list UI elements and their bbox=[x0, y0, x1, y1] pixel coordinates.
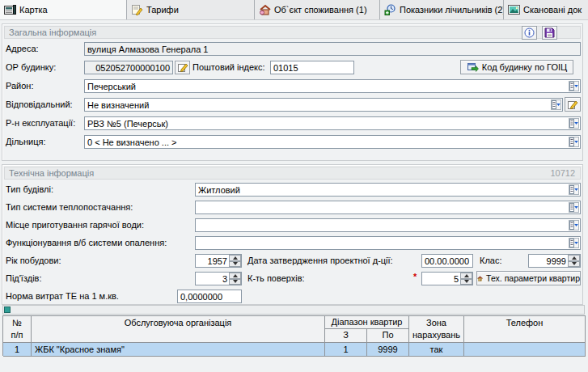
down-arrow-icon bbox=[233, 280, 238, 283]
cell-zone: так bbox=[409, 343, 464, 357]
tab-label: Картка bbox=[19, 5, 48, 15]
class-spinner[interactable]: 9999 bbox=[528, 254, 581, 268]
dropdown-button[interactable] bbox=[569, 184, 579, 195]
col-header-org: Обслуговуюча організація bbox=[32, 316, 325, 343]
spin-up-button[interactable] bbox=[568, 255, 580, 261]
tab-tariffs[interactable]: Тарифи bbox=[127, 0, 255, 19]
edit-icon bbox=[567, 99, 578, 110]
heating-func-label: Функціонування в/б системи опалення: bbox=[6, 236, 167, 250]
unit-value: 0 < Не визначено ... > bbox=[87, 137, 177, 147]
building-type-combobox[interactable]: Житловий bbox=[195, 183, 581, 197]
dropdown-icon bbox=[569, 221, 578, 230]
responsible-edit-button[interactable] bbox=[565, 97, 581, 112]
spin-down-button[interactable] bbox=[568, 261, 580, 268]
entrances-value: 3 bbox=[197, 273, 227, 285]
grid-corner-button[interactable] bbox=[4, 306, 11, 313]
col-header-range-group: Діапазон квартир bbox=[325, 316, 409, 329]
tab-consumption-object[interactable]: Об`єкт споживання (1) bbox=[255, 0, 380, 19]
tab-scanned-docs[interactable]: Скановані док bbox=[504, 0, 588, 19]
entrances-label: Під'їздів: bbox=[6, 272, 42, 285]
col-header-range-label: Діапазон квартир bbox=[325, 316, 408, 328]
info-icon bbox=[524, 27, 535, 38]
spin-up-button[interactable] bbox=[460, 273, 472, 279]
tab-bar: Картка Тарифи Об`єкт споживання (1) Пока… bbox=[0, 0, 588, 20]
col-header-zone: Зона нарахувань bbox=[409, 316, 464, 343]
building-type-label: Тип будівлі: bbox=[6, 183, 53, 197]
dropdown-icon bbox=[569, 185, 578, 194]
technical-info-group: Технічна інформація 10712 Тип будівлі: Ж… bbox=[2, 164, 583, 305]
exploitation-combobox[interactable]: РВЗ №5 (Печерськ) bbox=[84, 116, 581, 130]
responsible-label: Відповідальний: bbox=[6, 98, 73, 112]
goic-code-button[interactable]: Код будинку по ГОІЦ bbox=[460, 60, 573, 74]
address-label: Адреса: bbox=[6, 42, 39, 56]
tech-params-button-label: Тех. параметри квартир bbox=[486, 273, 580, 283]
building-code: 10712 bbox=[550, 167, 575, 180]
dropdown-button[interactable] bbox=[569, 137, 579, 147]
down-arrow-icon bbox=[572, 262, 577, 265]
spin-down-button[interactable] bbox=[460, 279, 472, 285]
floors-spinner[interactable]: 5 bbox=[421, 272, 473, 285]
dropdown-button[interactable] bbox=[551, 99, 561, 110]
dropdown-icon bbox=[569, 137, 578, 146]
entrances-spinner[interactable]: 3 bbox=[195, 272, 242, 285]
dropdown-button[interactable] bbox=[569, 220, 579, 230]
cell-range-from: 1 bbox=[325, 343, 367, 357]
dropdown-button[interactable] bbox=[569, 202, 579, 213]
postal-label: Поштовий індекс: bbox=[192, 61, 265, 74]
app-window: Картка Тарифи Об`єкт споживання (1) Пока… bbox=[0, 0, 588, 372]
col-header-to-label: По bbox=[367, 329, 408, 341]
heating-func-combobox[interactable] bbox=[195, 236, 581, 250]
down-arrow-icon bbox=[464, 280, 469, 283]
responsible-combobox[interactable]: Не визначений bbox=[84, 98, 563, 112]
build-year-label: Рік побудови: bbox=[6, 254, 61, 268]
dropdown-button[interactable] bbox=[569, 118, 579, 129]
house-code-field[interactable]: 052052700000100 bbox=[84, 61, 173, 74]
spin-up-button[interactable] bbox=[229, 255, 241, 261]
spin-down-button[interactable] bbox=[229, 261, 241, 268]
col-header-zone-line2: нарахувань bbox=[409, 329, 463, 341]
build-year-spinner[interactable]: 1957 bbox=[195, 254, 242, 268]
scanned-docs-icon bbox=[508, 4, 520, 15]
norm-label: Норма витрат ТЕ на 1 м.кв. bbox=[6, 290, 119, 303]
tech-params-button[interactable]: Тех. параметри квартир bbox=[476, 271, 581, 285]
dropdown-button[interactable] bbox=[569, 238, 579, 248]
hot-water-combobox[interactable] bbox=[195, 218, 581, 232]
table-row[interactable]: 1 ЖБК "Красное знамя" 1 9999 так bbox=[3, 343, 586, 357]
spin-up-button[interactable] bbox=[229, 273, 241, 279]
tab-card[interactable]: Картка bbox=[0, 0, 127, 19]
project-date-field[interactable]: 00.00.0000 bbox=[421, 254, 473, 268]
technical-info-title: Технічна інформація bbox=[9, 168, 94, 178]
save-icon bbox=[544, 27, 555, 38]
dropdown-icon bbox=[569, 239, 578, 247]
col-header-zone-line1: Зона bbox=[409, 317, 463, 329]
col-header-range-from: З bbox=[325, 329, 367, 343]
address-field[interactable]: вулиця Алмазова Генерала 1 bbox=[84, 42, 581, 56]
exploitation-value: РВЗ №5 (Печерськ) bbox=[87, 119, 168, 129]
district-label: Район: bbox=[6, 79, 33, 93]
tab-label: Об`єкт споживання (1) bbox=[274, 5, 367, 15]
form-arrow-icon bbox=[467, 62, 479, 73]
col-header-org-label: Обслуговуюча організація bbox=[32, 317, 324, 329]
norm-field[interactable]: 0,0000000 bbox=[177, 290, 242, 303]
floors-label: К-ть поверхів: bbox=[247, 272, 305, 285]
unit-combobox[interactable]: 0 < Не визначено ... > bbox=[84, 135, 581, 149]
floors-value: 5 bbox=[424, 273, 459, 285]
meter-readings-icon bbox=[384, 4, 396, 15]
tab-meter-readings[interactable]: Показники лічильників (2) bbox=[380, 0, 504, 19]
up-arrow-icon bbox=[233, 256, 238, 260]
district-combobox[interactable]: Печерський bbox=[84, 79, 581, 93]
heat-system-combobox[interactable] bbox=[195, 201, 581, 214]
info-button[interactable] bbox=[522, 26, 537, 40]
tab-label: Скановані док bbox=[523, 5, 582, 15]
cell-range-to: 9999 bbox=[367, 343, 409, 357]
cell-num: 1 bbox=[3, 343, 32, 357]
save-button[interactable] bbox=[542, 26, 557, 40]
spin-down-button[interactable] bbox=[229, 279, 241, 285]
unit-label: Дільниця: bbox=[6, 135, 46, 149]
col-header-phone-label: Телефон bbox=[464, 317, 585, 329]
house-code-edit-button[interactable] bbox=[175, 61, 190, 74]
col-header-num-line1: № bbox=[3, 317, 31, 329]
postal-field[interactable]: 01015 bbox=[270, 61, 354, 74]
dropdown-button[interactable] bbox=[569, 81, 579, 91]
district-value: Печерський bbox=[87, 82, 136, 91]
